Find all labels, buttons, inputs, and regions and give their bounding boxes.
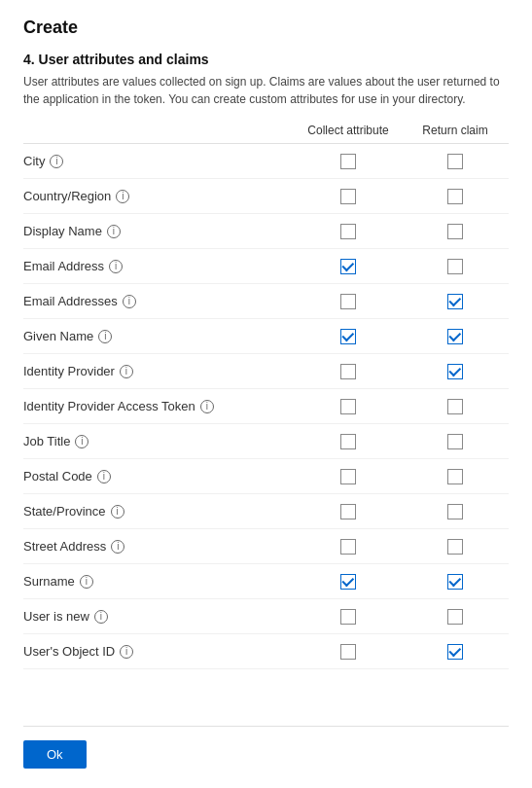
info-icon[interactable]: i — [200, 400, 214, 413]
info-icon[interactable]: i — [75, 435, 89, 448]
attr-name-text: Surname — [23, 574, 75, 589]
info-icon[interactable]: i — [123, 295, 136, 308]
attr-name-cell: Street Addressi — [23, 539, 295, 554]
return-checkbox[interactable] — [447, 154, 463, 169]
return-checkbox[interactable] — [447, 469, 463, 484]
info-icon[interactable]: i — [97, 470, 111, 484]
attr-name-cell: Job Titlei — [23, 434, 295, 448]
collect-checkbox[interactable] — [340, 399, 356, 414]
info-icon[interactable]: i — [94, 610, 108, 624]
collect-cell — [295, 224, 402, 239]
collect-cell — [295, 644, 402, 660]
attr-name-cell: Cityi — [23, 154, 295, 168]
attr-name-text: State/Province — [23, 504, 106, 519]
table-row: Surnamei — [23, 564, 509, 599]
collect-checkbox[interactable] — [340, 259, 356, 274]
return-checkbox[interactable] — [447, 399, 463, 414]
collect-cell — [295, 259, 402, 274]
attr-name-text: Email Address — [23, 259, 104, 273]
info-icon[interactable]: i — [107, 225, 121, 238]
collect-checkbox[interactable] — [340, 294, 356, 309]
return-checkbox[interactable] — [447, 644, 463, 660]
info-icon[interactable]: i — [80, 575, 93, 589]
table-row: State/Provincei — [23, 494, 509, 529]
attr-name-cell: User is newi — [23, 609, 295, 624]
return-checkbox[interactable] — [447, 189, 463, 204]
return-checkbox[interactable] — [447, 364, 463, 379]
ok-button[interactable]: Ok — [23, 740, 87, 769]
table-row: Identity Provideri — [23, 354, 509, 389]
return-cell — [402, 259, 509, 274]
attr-name-text: Job Title — [23, 434, 70, 448]
return-cell — [402, 399, 509, 414]
section-heading: 4. User attributes and claims — [23, 52, 509, 67]
collect-cell — [295, 399, 402, 414]
table-row: User's Object IDi — [23, 634, 509, 669]
collect-checkbox[interactable] — [340, 469, 356, 484]
return-checkbox[interactable] — [447, 609, 463, 625]
page-title: Create — [23, 18, 509, 38]
attr-name-text: Email Addresses — [23, 294, 118, 308]
attr-name-text: User's Object ID — [23, 644, 115, 659]
attr-name-cell: Identity Provider Access Tokeni — [23, 399, 295, 413]
attr-name-text: Street Address — [23, 539, 106, 554]
collect-cell — [295, 504, 402, 519]
return-cell — [402, 224, 509, 239]
table-row: Job Titlei — [23, 424, 509, 459]
collect-checkbox[interactable] — [340, 574, 356, 590]
collect-checkbox[interactable] — [340, 224, 356, 239]
section-description: User attributes are values collected on … — [23, 73, 509, 108]
collect-cell — [295, 574, 402, 590]
info-icon[interactable]: i — [116, 190, 129, 203]
table-row: User is newi — [23, 599, 509, 634]
table-row: Country/Regioni — [23, 179, 509, 214]
return-checkbox[interactable] — [447, 294, 463, 309]
return-cell — [402, 189, 509, 204]
return-checkbox[interactable] — [447, 329, 463, 344]
collect-cell — [295, 329, 402, 344]
info-icon[interactable]: i — [111, 505, 124, 519]
return-cell — [402, 154, 509, 169]
collect-checkbox[interactable] — [340, 504, 356, 519]
table-row: Email Addressesi — [23, 284, 509, 319]
return-cell — [402, 364, 509, 379]
page-container: Create 4. User attributes and claims Use… — [0, 0, 532, 788]
collect-checkbox[interactable] — [340, 539, 356, 555]
collect-cell — [295, 469, 402, 484]
col-collect-header: Collect attribute — [295, 124, 402, 137]
attr-name-text: Postal Code — [23, 469, 92, 484]
collect-cell — [295, 364, 402, 379]
info-icon[interactable]: i — [109, 260, 123, 273]
table-row: Street Addressi — [23, 529, 509, 564]
attr-name-cell: Postal Codei — [23, 469, 295, 484]
info-icon[interactable]: i — [111, 540, 124, 554]
return-cell — [402, 434, 509, 449]
return-checkbox[interactable] — [447, 224, 463, 239]
return-checkbox[interactable] — [447, 504, 463, 519]
collect-checkbox[interactable] — [340, 189, 356, 204]
collect-checkbox[interactable] — [340, 434, 356, 449]
attr-name-cell: Email Addressesi — [23, 294, 295, 308]
attr-name-cell: Display Namei — [23, 224, 295, 238]
return-checkbox[interactable] — [447, 574, 463, 590]
collect-checkbox[interactable] — [340, 609, 356, 625]
collect-checkbox[interactable] — [340, 154, 356, 169]
table-header: Collect attribute Return claim — [23, 124, 509, 144]
collect-checkbox[interactable] — [340, 364, 356, 379]
return-checkbox[interactable] — [447, 259, 463, 274]
return-checkbox[interactable] — [447, 434, 463, 449]
return-checkbox[interactable] — [447, 539, 463, 555]
table-row: Email Addressi — [23, 249, 509, 284]
attr-name-cell: Identity Provideri — [23, 364, 295, 378]
info-icon[interactable]: i — [120, 645, 133, 659]
info-icon[interactable]: i — [50, 155, 63, 168]
collect-checkbox[interactable] — [340, 644, 356, 660]
info-icon[interactable]: i — [120, 365, 133, 378]
attr-name-cell: Surnamei — [23, 574, 295, 589]
collect-checkbox[interactable] — [340, 329, 356, 344]
footer: Ok — [23, 726, 509, 769]
info-icon[interactable]: i — [98, 330, 112, 343]
return-cell — [402, 504, 509, 519]
table-row: Cityi — [23, 144, 509, 179]
return-cell — [402, 644, 509, 660]
